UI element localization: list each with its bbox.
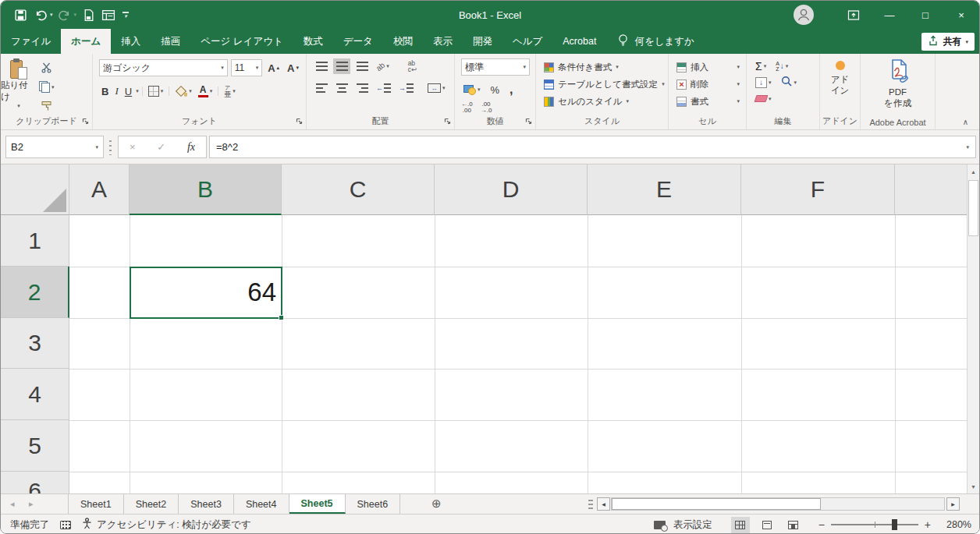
column-header-e[interactable]: E (588, 164, 741, 215)
sheet-tab-sheet2[interactable]: Sheet2 (124, 494, 179, 514)
new-sheet-icon[interactable]: ⊕ (431, 497, 442, 511)
conditional-formatting-button[interactable]: 条件付き書式▾ (544, 58, 665, 76)
expand-formula-bar[interactable]: ▾ (966, 144, 969, 150)
orientation-button[interactable]: ab▾ (374, 61, 392, 72)
tell-me-box[interactable]: 何をしますか (617, 29, 694, 54)
scroll-down-icon[interactable]: ▼ (968, 479, 979, 493)
zoom-slider[interactable] (831, 524, 918, 525)
redo-dropdown[interactable]: ▾ (74, 12, 77, 18)
close-button[interactable]: × (943, 1, 979, 29)
row-header-4[interactable]: 4 (1, 369, 69, 420)
delete-cells-button[interactable]: ×削除▾ (676, 76, 740, 93)
row-header-1[interactable]: 1 (1, 215, 69, 267)
merge-center-button[interactable]: ↔▾ (425, 82, 448, 94)
increase-decimal-button[interactable]: ←.0.00 (461, 101, 473, 114)
font-name-select[interactable]: 游ゴシック▾ (99, 59, 228, 76)
column-header-d[interactable]: D (435, 164, 588, 215)
name-box[interactable]: B2▾ (5, 136, 104, 158)
column-header-f[interactable]: F (741, 164, 895, 215)
zoom-level[interactable]: 280% (937, 519, 971, 530)
format-as-table-button[interactable]: テーブルとして書式設定▾ (544, 76, 665, 93)
enter-icon[interactable]: ✓ (157, 141, 165, 153)
sheet-tab-sheet6[interactable]: Sheet6 (346, 494, 401, 514)
align-top-button[interactable] (313, 58, 330, 74)
phonetic-button[interactable]: ア亜▾ (222, 83, 238, 99)
account-avatar[interactable] (794, 5, 814, 25)
undo-dropdown[interactable]: ▾ (50, 12, 53, 18)
tab-formulas[interactable]: 数式 (293, 29, 333, 54)
align-left-button[interactable] (313, 80, 330, 96)
alignment-dialog-launcher[interactable] (444, 117, 451, 126)
underline-dropdown[interactable]: ▾ (136, 88, 139, 94)
tab-help[interactable]: ヘルプ (502, 29, 552, 54)
tab-acrobat[interactable]: Acrobat (552, 29, 606, 54)
number-format-select[interactable]: 標準▾ (461, 58, 530, 76)
normal-view-button[interactable] (731, 517, 750, 533)
undo-icon[interactable] (32, 6, 49, 23)
find-select-button[interactable]: ▾ (779, 74, 800, 90)
tab-file[interactable]: ファイル (1, 29, 61, 54)
row-header-6-partial[interactable]: 6 (1, 472, 69, 493)
align-center-button[interactable] (333, 80, 350, 96)
bold-button[interactable]: B (99, 84, 111, 99)
format-painter-icon[interactable] (37, 99, 57, 113)
align-right-button[interactable] (353, 80, 371, 96)
row-header-2[interactable]: 2 (1, 267, 69, 318)
sheet-tab-sheet5[interactable]: Sheet5 (289, 494, 346, 514)
share-dropdown[interactable]: ▾ (965, 39, 968, 45)
italic-button[interactable]: I (112, 83, 120, 99)
name-box-dropdown[interactable]: ▾ (95, 144, 98, 150)
horizontal-scrollbar[interactable] (611, 497, 945, 511)
page-break-view-button[interactable] (784, 517, 803, 533)
cut-icon[interactable] (37, 60, 57, 75)
fill-handle[interactable] (279, 315, 284, 320)
zoom-in-button[interactable]: + (925, 518, 931, 531)
clipboard-dialog-launcher[interactable] (82, 117, 89, 126)
tab-scroll-splitter[interactable] (588, 499, 593, 510)
formula-input[interactable]: =8^2▾ (209, 136, 976, 158)
formula-bar-resizer[interactable] (109, 140, 112, 155)
tab-insert[interactable]: 挿入 (111, 29, 151, 54)
tab-page-layout[interactable]: ページ レイアウト (190, 29, 293, 54)
sheet-nav-right-icon[interactable]: ▸ (29, 494, 34, 514)
cell-styles-button[interactable]: セルのスタイル▾ (544, 93, 665, 110)
row-header-3[interactable]: 3 (1, 318, 69, 369)
sheet-tab-sheet4[interactable]: Sheet4 (234, 494, 289, 514)
tab-view[interactable]: 表示 (423, 29, 463, 54)
copy-icon[interactable]: ▾ (37, 80, 57, 94)
font-size-select[interactable]: 11▾ (231, 59, 263, 76)
row-header-5[interactable]: 5 (1, 420, 69, 472)
borders-button[interactable]: ▾ (146, 84, 166, 98)
tab-developer[interactable]: 開発 (463, 29, 502, 54)
insert-function-icon[interactable]: fx (187, 141, 195, 154)
horizontal-scroll-thumb[interactable] (612, 498, 821, 510)
wrap-text-button[interactable]: abc↩ (406, 58, 419, 74)
increase-indent-button[interactable]: → (396, 82, 416, 94)
fill-button[interactable]: ↓▾ (753, 76, 774, 90)
sheet-tab-sheet1[interactable]: Sheet1 (69, 494, 124, 514)
accounting-format-button[interactable]: ▾ (461, 83, 483, 97)
vertical-scroll-thumb[interactable] (968, 180, 978, 236)
customize-qat-icon[interactable]: ▾ (120, 12, 131, 18)
font-color-button[interactable]: A▾ (196, 84, 215, 99)
column-header-c[interactable]: C (282, 164, 435, 215)
zoom-out-button[interactable]: − (818, 518, 825, 531)
form-icon[interactable] (100, 6, 117, 23)
align-middle-button[interactable] (333, 58, 350, 74)
tab-data[interactable]: データ (333, 29, 383, 54)
redo-icon[interactable] (56, 6, 73, 23)
cancel-icon[interactable]: × (130, 141, 136, 153)
decrease-font-button[interactable]: A▾ (285, 61, 301, 76)
decrease-indent-button[interactable]: ← (374, 82, 393, 94)
scroll-up-icon[interactable]: ▲ (968, 164, 979, 179)
format-cells-button[interactable]: 書式▾ (676, 93, 740, 110)
percent-style-button[interactable]: % (488, 83, 502, 97)
tab-review[interactable]: 校閲 (383, 29, 423, 54)
zoom-slider-thumb[interactable] (892, 519, 897, 530)
underline-button[interactable]: U (123, 84, 134, 99)
macro-record-icon[interactable] (60, 521, 71, 529)
hscroll-left-icon[interactable]: ◀ (597, 497, 610, 511)
page-layout-view-button[interactable] (758, 517, 776, 533)
clear-button[interactable]: ▾ (753, 94, 774, 104)
increase-font-button[interactable]: A▴ (265, 61, 282, 76)
